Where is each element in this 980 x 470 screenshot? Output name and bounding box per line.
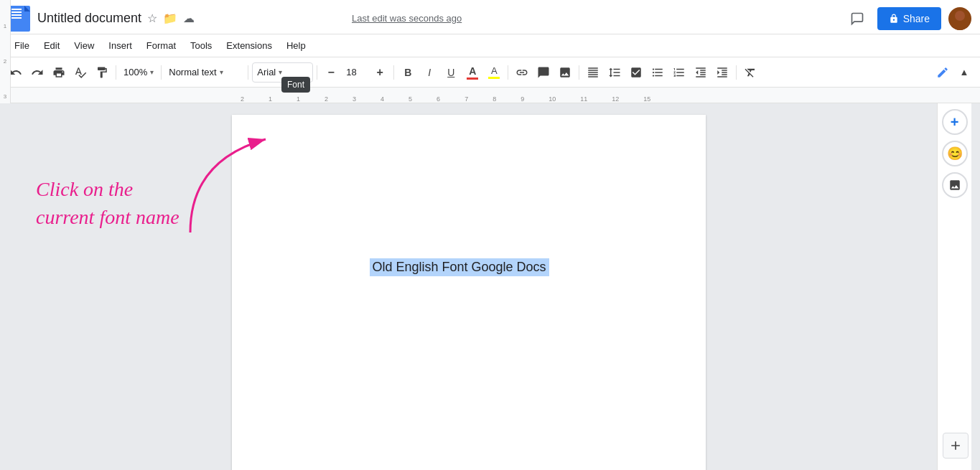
divider-4: [317, 65, 317, 80]
line-spacing-button[interactable]: [605, 62, 625, 83]
edit-mode-button[interactable]: [933, 62, 953, 83]
font-name-caret: ▾: [279, 68, 282, 76]
increase-font-button[interactable]: +: [370, 62, 390, 83]
svg-point-0: [955, 11, 965, 21]
menu-extensions[interactable]: Extensions: [220, 37, 278, 54]
font-size-selector[interactable]: 18: [342, 62, 368, 83]
zoom-caret: ▾: [150, 68, 154, 76]
decrease-font-button[interactable]: −: [321, 62, 341, 83]
share-button[interactable]: Share: [877, 7, 941, 30]
font-color-button[interactable]: A: [462, 62, 482, 83]
emoji-button[interactable]: 😊: [942, 141, 968, 166]
selected-text[interactable]: Old English Font Google Docs: [370, 258, 549, 276]
last-edit-status[interactable]: Last edit was seconds ago: [352, 13, 462, 24]
title-bar: Untitled document ☆ 📁 ☁ Last edit was se…: [0, 0, 980, 34]
zoom-value: 100%: [123, 67, 147, 77]
bottom-right-button[interactable]: [943, 433, 969, 459]
increase-indent-button[interactable]: [712, 62, 732, 83]
menu-tools[interactable]: Tools: [185, 37, 218, 54]
divider-3: [248, 65, 248, 80]
insert-link-button[interactable]: [512, 62, 532, 83]
ruler-inner: 2 1 1 2 3 4 5 6 7 8 9 10 11 12 15: [241, 88, 650, 103]
title-icons: ☆ 📁 ☁: [147, 11, 195, 25]
cloud-icon[interactable]: ☁: [183, 11, 195, 25]
zoom-selector[interactable]: 100% ▾: [120, 62, 157, 83]
decrease-indent-button[interactable]: [691, 62, 711, 83]
font-color-indicator: [467, 77, 478, 80]
ruler: 2 1 1 2 3 4 5 6 7 8 9 10 11 12 15: [0, 88, 980, 103]
doc-icon: [9, 6, 30, 32]
main-layout: 1 2 3 4 5 6 7 8 9 Old English Font Googl…: [0, 103, 980, 470]
checklist-button[interactable]: [626, 62, 646, 83]
bold-button[interactable]: B: [398, 62, 418, 83]
style-value: Normal text: [169, 67, 216, 77]
document-area: Old English Font Google Docs Click on th…: [0, 103, 937, 470]
divider-6: [508, 65, 508, 80]
divider-8: [736, 65, 737, 80]
menu-bar: File Edit View Insert Format Tools Exten…: [0, 34, 980, 57]
redo-button[interactable]: [27, 62, 47, 83]
divider-5: [393, 65, 394, 80]
user-avatar[interactable]: [948, 7, 971, 30]
paint-format-button[interactable]: [92, 62, 112, 83]
add-element-button[interactable]: +: [942, 109, 968, 135]
font-name-value: Arial: [257, 67, 276, 77]
print-button[interactable]: [49, 62, 69, 83]
menu-edit[interactable]: Edit: [38, 37, 65, 54]
underline-button[interactable]: U: [441, 62, 461, 83]
clear-formatting-button[interactable]: [740, 62, 760, 83]
divider-2: [161, 65, 162, 80]
image-annotation-button[interactable]: [942, 172, 968, 198]
svg-point-1: [951, 22, 969, 30]
divider-1: [116, 65, 116, 80]
annotation-text: Click on the current font name: [36, 175, 179, 231]
scrollbar[interactable]: [971, 103, 980, 470]
menu-format[interactable]: Format: [141, 37, 182, 54]
star-icon[interactable]: ☆: [147, 11, 157, 25]
menu-insert[interactable]: Insert: [103, 37, 138, 54]
align-button[interactable]: [583, 62, 603, 83]
toolbar: 100% ▾ Normal text ▾ Arial ▾ − 18 + B I …: [0, 57, 980, 88]
document-title[interactable]: Untitled document: [37, 11, 141, 26]
highlight-color-button[interactable]: A: [484, 62, 504, 83]
document-page[interactable]: Old English Font Google Docs: [232, 115, 706, 470]
text-content[interactable]: Old English Font Google Docs: [312, 201, 654, 276]
divider-7: [579, 65, 579, 80]
style-caret: ▾: [220, 68, 223, 76]
bullet-list-button[interactable]: [648, 62, 668, 83]
menu-help[interactable]: Help: [281, 37, 312, 54]
font-name-selector[interactable]: Arial ▾: [252, 62, 313, 83]
italic-button[interactable]: I: [419, 62, 439, 83]
style-selector[interactable]: Normal text ▾: [165, 62, 244, 83]
share-label: Share: [903, 13, 930, 24]
menu-file[interactable]: File: [9, 37, 35, 54]
top-right-actions: Share: [844, 6, 971, 32]
font-size-value: 18: [346, 67, 356, 77]
numbered-list-button[interactable]: [669, 62, 689, 83]
insert-image-button[interactable]: [555, 62, 575, 83]
spellcheck-button[interactable]: [70, 62, 90, 83]
highlight-color-indicator: [488, 77, 500, 79]
right-sidebar: + 😊: [937, 103, 971, 470]
insert-comment-button[interactable]: [533, 62, 554, 83]
folder-icon[interactable]: 📁: [163, 11, 177, 25]
comment-button[interactable]: [844, 6, 870, 32]
menu-view[interactable]: View: [68, 37, 100, 54]
collapse-toolbar-button[interactable]: ▲: [954, 62, 974, 83]
